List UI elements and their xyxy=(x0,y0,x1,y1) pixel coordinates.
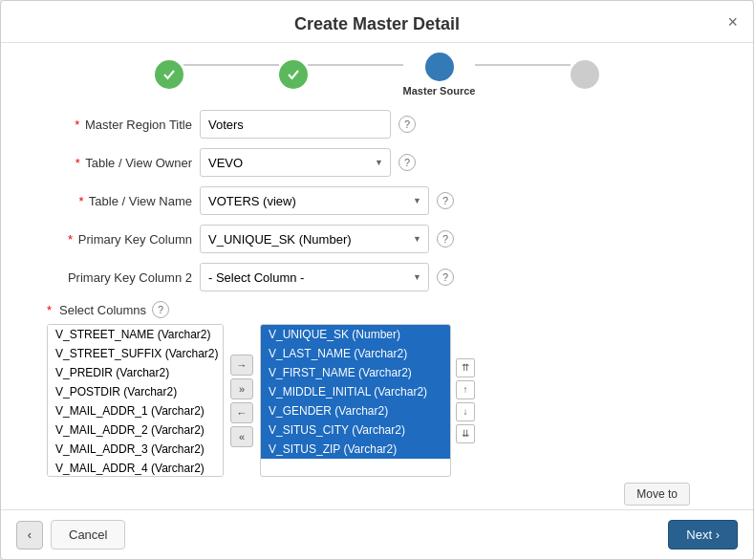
footer-right: Next › xyxy=(668,520,738,549)
list-item[interactable]: V_MAIL_ADDR_2 (Varchar2) xyxy=(48,420,223,440)
move-left-one-button[interactable]: ← xyxy=(230,402,253,423)
step-1 xyxy=(155,60,183,89)
table-view-owner-label: * Table / View Owner xyxy=(39,156,192,170)
move-right-all-button[interactable]: » xyxy=(230,378,253,399)
list-item[interactable]: V_PREDIR (Varchar2) xyxy=(48,363,223,382)
connector-1 xyxy=(183,64,279,66)
next-button[interactable]: Next › xyxy=(668,520,738,549)
move-bottom-button[interactable]: ⇊ xyxy=(456,424,475,443)
move-down-button[interactable]: ↓ xyxy=(456,402,475,421)
list-item-selected[interactable]: V_LAST_NAME (Varchar2) xyxy=(261,344,450,363)
primary-key-column2-label: Primary Key Column 2 xyxy=(39,270,192,285)
step-2 xyxy=(279,60,308,89)
select-columns-section: * Select Columns ? V_STREET_NAME (Varcha… xyxy=(39,301,715,506)
step-3-circle xyxy=(425,53,454,81)
primary-key-column-select-wrapper: V_UNIQUE_SK (Number) xyxy=(200,225,429,253)
modal-header: Create Master Detail × xyxy=(1,1,753,43)
move-to-button[interactable]: Move to xyxy=(624,483,690,506)
list-item-selected[interactable]: V_SITUS_CITY (Varchar2) xyxy=(261,420,450,440)
columns-area: V_STREET_NAME (Varchar2) V_STREET_SUFFIX… xyxy=(39,324,715,477)
connector-3 xyxy=(475,64,571,66)
required-star-4: * xyxy=(68,232,73,247)
cancel-button[interactable]: Cancel xyxy=(51,520,125,549)
back-button[interactable]: ‹ xyxy=(16,521,43,549)
step-1-circle xyxy=(155,60,183,89)
list-item-selected[interactable]: V_SITUS_ZIP (Varchar2) xyxy=(261,440,450,459)
primary-key-column-label: * Primary Key Column xyxy=(39,232,192,247)
list-item[interactable]: V_STREET_NAME (Varchar2) xyxy=(48,325,223,344)
list-item[interactable]: V_MAIL_ADDR_1 (Varchar2) xyxy=(48,401,223,420)
close-button[interactable]: × xyxy=(727,11,738,32)
table-view-name-row: * Table / View Name VOTERS (view) ? xyxy=(39,186,715,215)
list-item[interactable]: V_STREET_SUFFIX (Varchar2) xyxy=(48,344,223,363)
columns-label-row: * Select Columns ? xyxy=(39,301,715,318)
step-4 xyxy=(571,60,599,89)
primary-key-column2-select[interactable]: - Select Column - xyxy=(200,263,429,291)
footer-left: ‹ Cancel xyxy=(16,520,125,549)
help-icon-2[interactable]: ? xyxy=(399,154,416,171)
modal-title: Create Master Detail xyxy=(294,14,460,34)
move-left-all-button[interactable]: « xyxy=(230,426,253,447)
move-to-area: Move to xyxy=(39,483,715,506)
required-star-2: * xyxy=(75,156,80,170)
transfer-buttons: → » ← « xyxy=(227,324,256,477)
step-2-circle xyxy=(279,60,308,89)
table-view-name-select[interactable]: VOTERS (view) xyxy=(200,186,429,215)
master-region-title-row: * Master Region Title ? xyxy=(39,110,715,139)
required-star-1: * xyxy=(75,118,79,132)
master-region-title-label: * Master Region Title xyxy=(39,118,192,132)
right-list-box[interactable]: V_UNIQUE_SK (Number) V_LAST_NAME (Varcha… xyxy=(260,324,451,477)
help-icon-3[interactable]: ? xyxy=(437,192,454,209)
help-icon-4[interactable]: ? xyxy=(437,230,454,248)
modal-body: * Master Region Title ? * Table / View O… xyxy=(1,100,753,509)
move-top-button[interactable]: ⇈ xyxy=(456,358,475,377)
step-4-circle xyxy=(571,60,599,89)
step-3: Master Source xyxy=(403,53,476,97)
primary-key-column-row: * Primary Key Column V_UNIQUE_SK (Number… xyxy=(39,225,715,253)
create-master-detail-modal: Create Master Detail × Master Source xyxy=(0,0,754,560)
move-right-one-button[interactable]: → xyxy=(230,355,253,376)
help-icon-1[interactable]: ? xyxy=(399,116,416,133)
left-list-box[interactable]: V_STREET_NAME (Varchar2) V_STREET_SUFFIX… xyxy=(47,324,224,477)
table-view-name-select-wrapper: VOTERS (view) xyxy=(200,186,429,215)
list-item-selected[interactable]: V_GENDER (Varchar2) xyxy=(261,401,450,420)
list-item[interactable]: V_MAIL_ADDR_3 (Varchar2) xyxy=(48,440,223,459)
required-star-5: * xyxy=(47,303,52,317)
list-item[interactable]: V_POSTDIR (Varchar2) xyxy=(48,382,223,401)
help-icon-5[interactable]: ? xyxy=(437,269,454,286)
move-up-button[interactable]: ↑ xyxy=(456,380,475,399)
step-3-label: Master Source xyxy=(403,85,476,97)
table-view-name-label: * Table / View Name xyxy=(39,194,192,208)
primary-key-column2-select-wrapper: - Select Column - xyxy=(200,263,429,291)
order-buttons: ⇈ ↑ ↓ ⇊ xyxy=(455,324,476,477)
select-columns-label: Select Columns xyxy=(59,303,146,317)
list-item[interactable]: V_MAIL_ADDR_4 (Varchar2) xyxy=(48,459,223,477)
table-view-owner-select[interactable]: VEVO xyxy=(200,148,391,177)
required-star-3: * xyxy=(78,194,83,208)
table-view-owner-select-wrapper: VEVO xyxy=(200,148,391,177)
stepper: Master Source xyxy=(1,43,753,100)
primary-key-column2-row: Primary Key Column 2 - Select Column - ? xyxy=(39,263,715,291)
table-view-owner-row: * Table / View Owner VEVO ? xyxy=(39,148,715,177)
modal-footer: ‹ Cancel Next › xyxy=(1,509,753,559)
list-item-selected[interactable]: V_UNIQUE_SK (Number) xyxy=(261,325,450,344)
master-region-title-input[interactable] xyxy=(200,110,391,139)
help-icon-6[interactable]: ? xyxy=(152,301,169,318)
connector-2 xyxy=(308,64,403,66)
list-item-selected[interactable]: V_FIRST_NAME (Varchar2) xyxy=(261,363,450,382)
list-item-selected[interactable]: V_MIDDLE_INITIAL (Varchar2) xyxy=(261,382,450,401)
primary-key-column-select[interactable]: V_UNIQUE_SK (Number) xyxy=(200,225,429,253)
